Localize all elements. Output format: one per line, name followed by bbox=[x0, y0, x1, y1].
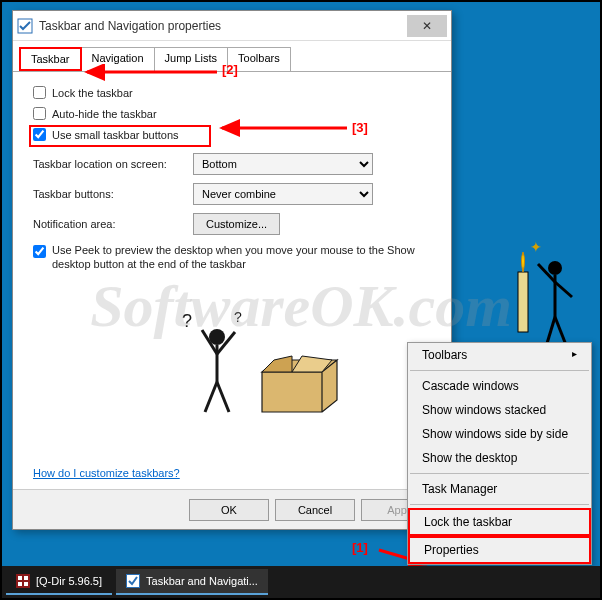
taskbar-item-qdir[interactable]: [Q-Dir 5.96.5] bbox=[6, 569, 112, 595]
lock-taskbar-checkbox[interactable] bbox=[33, 86, 46, 99]
taskbar[interactable]: [Q-Dir 5.96.5] Taskbar and Navigati... bbox=[2, 566, 600, 598]
row-combine: Taskbar buttons: Never combine bbox=[33, 183, 431, 205]
svg-rect-25 bbox=[18, 582, 22, 586]
svg-text:?: ? bbox=[182, 312, 192, 331]
confused-figure-illustration: ? ? bbox=[172, 312, 352, 432]
menu-separator bbox=[410, 504, 589, 505]
row-notification: Notification area: Customize... bbox=[33, 213, 431, 235]
svg-point-3 bbox=[548, 261, 562, 275]
row-peek: Use Peek to preview the desktop when you… bbox=[33, 243, 431, 272]
close-button[interactable]: ✕ bbox=[407, 15, 447, 37]
menu-sidebyside[interactable]: Show windows side by side bbox=[408, 422, 591, 446]
checkbox-icon bbox=[126, 574, 140, 588]
menu-stacked[interactable]: Show windows stacked bbox=[408, 398, 591, 422]
combine-label: Taskbar buttons: bbox=[33, 188, 193, 200]
menu-cascade[interactable]: Cascade windows bbox=[408, 374, 591, 398]
tab-strip: Taskbar Navigation Jump Lists Toolbars bbox=[13, 41, 451, 72]
svg-line-14 bbox=[205, 382, 217, 412]
row-auto-hide: Auto-hide the taskbar bbox=[33, 107, 431, 120]
menu-task-manager[interactable]: Task Manager bbox=[408, 477, 591, 501]
svg-rect-1 bbox=[518, 272, 528, 332]
row-small-buttons: Use small taskbar buttons bbox=[33, 128, 431, 141]
ok-button[interactable]: OK bbox=[189, 499, 269, 521]
dialog-title: Taskbar and Navigation properties bbox=[39, 19, 407, 33]
taskbar-item-properties[interactable]: Taskbar and Navigati... bbox=[116, 569, 268, 595]
properties-dialog: Taskbar and Navigation properties ✕ Task… bbox=[12, 10, 452, 530]
taskbar-label: Taskbar and Navigati... bbox=[146, 575, 258, 587]
svg-rect-26 bbox=[24, 582, 28, 586]
lock-taskbar-label: Lock the taskbar bbox=[52, 87, 133, 99]
small-buttons-label: Use small taskbar buttons bbox=[52, 129, 179, 141]
menu-separator bbox=[410, 473, 589, 474]
svg-rect-24 bbox=[24, 576, 28, 580]
row-location: Taskbar location on screen: Bottom bbox=[33, 153, 431, 175]
customize-button[interactable]: Customize... bbox=[193, 213, 280, 235]
dialog-button-bar: OK Cancel Apply bbox=[13, 489, 451, 529]
small-buttons-checkbox[interactable] bbox=[33, 128, 46, 141]
auto-hide-checkbox[interactable] bbox=[33, 107, 46, 120]
menu-properties[interactable]: Properties bbox=[408, 536, 591, 564]
tab-panel: Lock the taskbar Auto-hide the taskbar U… bbox=[13, 72, 451, 282]
tab-taskbar[interactable]: Taskbar bbox=[19, 47, 82, 71]
menu-toolbars[interactable]: Toolbars bbox=[408, 343, 591, 367]
svg-line-15 bbox=[217, 382, 229, 412]
help-link[interactable]: How do I customize taskbars? bbox=[33, 467, 180, 479]
svg-text:?: ? bbox=[234, 312, 242, 325]
menu-lock-taskbar[interactable]: Lock the taskbar bbox=[408, 508, 591, 536]
taskbar-label: [Q-Dir 5.96.5] bbox=[36, 575, 102, 587]
tab-navigation[interactable]: Navigation bbox=[81, 47, 155, 71]
svg-rect-23 bbox=[18, 576, 22, 580]
combine-select[interactable]: Never combine bbox=[193, 183, 373, 205]
cancel-button[interactable]: Cancel bbox=[275, 499, 355, 521]
peek-label: Use Peek to preview the desktop when you… bbox=[52, 243, 431, 272]
svg-line-6 bbox=[555, 282, 572, 297]
svg-text:✦: ✦ bbox=[530, 239, 542, 255]
candle-figure-illustration: ✦ bbox=[500, 222, 580, 362]
location-select[interactable]: Bottom bbox=[193, 153, 373, 175]
titlebar[interactable]: Taskbar and Navigation properties ✕ bbox=[13, 11, 451, 41]
tab-jumplists[interactable]: Jump Lists bbox=[154, 47, 229, 71]
row-lock-taskbar: Lock the taskbar bbox=[33, 86, 431, 99]
menu-separator bbox=[410, 370, 589, 371]
qdir-icon bbox=[16, 574, 30, 588]
annotation-1: [1] bbox=[352, 540, 368, 555]
dialog-icon bbox=[17, 18, 33, 34]
menu-show-desktop[interactable]: Show the desktop bbox=[408, 446, 591, 470]
location-label: Taskbar location on screen: bbox=[33, 158, 193, 170]
tab-toolbars[interactable]: Toolbars bbox=[227, 47, 291, 71]
taskbar-context-menu: Toolbars Cascade windows Show windows st… bbox=[407, 342, 592, 565]
notification-label: Notification area: bbox=[33, 218, 193, 230]
auto-hide-label: Auto-hide the taskbar bbox=[52, 108, 157, 120]
peek-checkbox[interactable] bbox=[33, 245, 46, 258]
